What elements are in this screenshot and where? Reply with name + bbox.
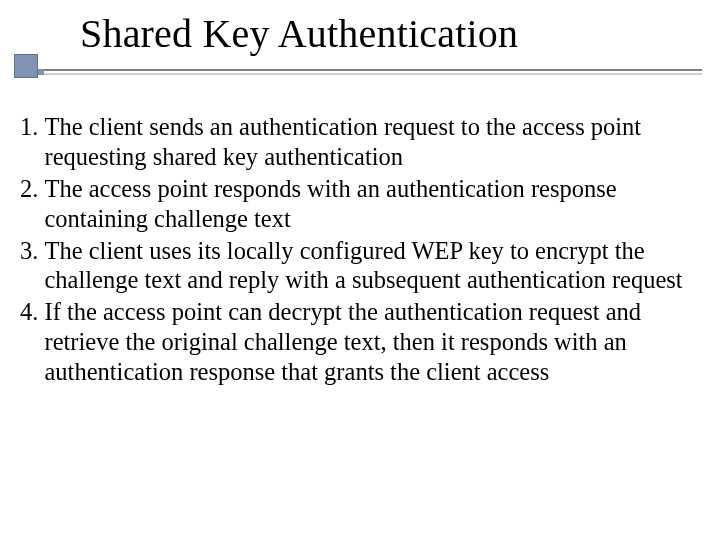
list-text: The client uses its locally configured W… [45,236,701,296]
accent-square-icon [14,54,38,78]
list-item: 2. The access point responds with an aut… [20,174,700,234]
list-item: 3. The client uses its locally configure… [20,236,700,296]
list-text: The client sends an authentication reque… [45,112,701,172]
list-number: 4. [20,297,45,387]
slide: Shared Key Authentication 1. The client … [0,0,720,540]
list-number: 2. [20,174,45,234]
list-text: The access point responds with an authen… [45,174,701,234]
list-item: 1. The client sends an authentication re… [20,112,700,172]
slide-title: Shared Key Authentication [80,10,720,57]
title-underline-shadow [30,73,702,75]
list-item: 4. If the access point can decrypt the a… [20,297,700,387]
title-area: Shared Key Authentication [0,0,720,57]
title-underline [30,69,702,71]
body-text: 1. The client sends an authentication re… [0,112,720,387]
list-text: If the access point can decrypt the auth… [45,297,701,387]
list-number: 3. [20,236,45,296]
list-number: 1. [20,112,45,172]
accent-notch-icon [38,69,44,75]
